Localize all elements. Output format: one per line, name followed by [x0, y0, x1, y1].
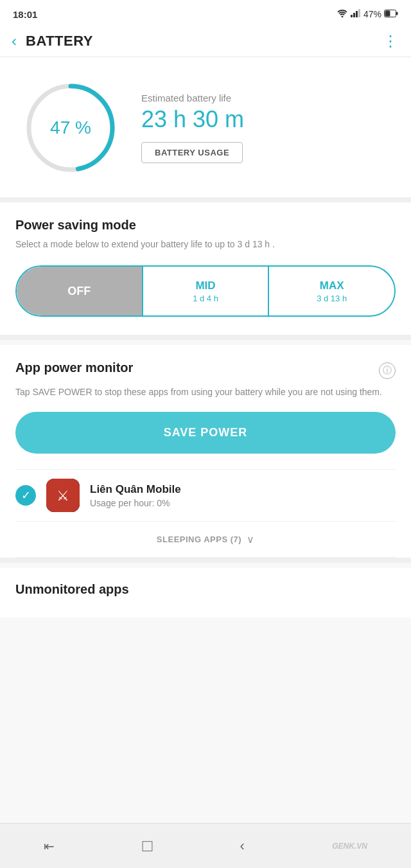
mid-label: MID	[195, 279, 215, 292]
battery-usage-button[interactable]: BATTERY USAGE	[141, 142, 243, 163]
battery-percent: 47%	[363, 9, 381, 19]
app-item[interactable]: ✓ ⚔ Liên Quân Mobile Usage per hour: 0%	[15, 469, 396, 521]
svg-rect-7	[385, 10, 390, 16]
unmonitored-title: Unmonitored apps	[15, 582, 396, 597]
sleeping-apps-row[interactable]: SLEEPING APPS (7) ∨	[15, 521, 396, 558]
info-icon[interactable]: ⓘ	[379, 362, 396, 379]
off-label: OFF	[67, 285, 91, 298]
power-mode-off[interactable]: OFF	[17, 267, 142, 315]
header: ‹ BATTERY ⋮	[0, 26, 411, 57]
section-divider-1	[0, 197, 411, 202]
power-saving-section: Power saving mode Select a mode below to…	[0, 202, 411, 335]
app-checkbox[interactable]: ✓	[15, 485, 36, 506]
more-button[interactable]: ⋮	[383, 32, 399, 50]
svg-rect-6	[396, 12, 398, 15]
power-saving-description: Select a mode below to extend your batte…	[15, 238, 396, 251]
battery-circle: 47 %	[19, 76, 122, 179]
power-mode-max[interactable]: MAX 3 d 13 h	[269, 267, 394, 315]
svg-rect-1	[351, 15, 353, 17]
watermark: GENK.VN	[332, 842, 367, 851]
battery-percent-display: 47 %	[50, 118, 91, 138]
nav-bar: ⇤ □ ‹ GENK.VN	[0, 823, 411, 868]
power-mode-toggle[interactable]: OFF MID 1 d 4 h MAX 3 d 13 h	[15, 265, 396, 317]
chevron-down-icon: ∨	[247, 533, 254, 545]
battery-time: 23 h 30 m	[141, 106, 392, 133]
signal-icon	[351, 9, 361, 19]
monitor-description: Tap SAVE POWER to stop these apps from u…	[15, 385, 396, 399]
svg-point-0	[341, 16, 343, 18]
status-bar: 18:01 47%	[0, 0, 411, 26]
battery-info: Estimated battery life 23 h 30 m BATTERY…	[141, 93, 392, 163]
recent-apps-icon[interactable]: ⇤	[44, 838, 55, 854]
save-power-button[interactable]: SAVE POWER	[15, 412, 396, 454]
section-divider-2	[0, 335, 411, 340]
page-title: BATTERY	[26, 33, 93, 49]
header-left: ‹ BATTERY	[12, 32, 93, 50]
status-icons: 47%	[337, 9, 398, 19]
status-time: 18:01	[13, 9, 37, 20]
back-nav-icon[interactable]: ‹	[240, 838, 245, 855]
app-monitor-section: App power monitor ⓘ Tap SAVE POWER to st…	[0, 345, 411, 558]
battery-icon	[384, 10, 398, 19]
app-info: Liên Quân Mobile Usage per hour: 0%	[90, 483, 396, 508]
svg-rect-4	[358, 9, 360, 17]
app-usage: Usage per hour: 0%	[90, 498, 396, 508]
svg-text:⚔: ⚔	[57, 488, 69, 504]
wifi-icon	[337, 9, 348, 19]
back-button[interactable]: ‹	[12, 32, 17, 50]
svg-rect-3	[356, 11, 358, 17]
app-icon: ⚔	[46, 479, 80, 512]
max-label: MAX	[320, 279, 344, 292]
app-name: Liên Quân Mobile	[90, 483, 396, 496]
sleeping-apps-label: SLEEPING APPS (7)	[157, 535, 241, 544]
max-sub: 3 d 13 h	[317, 294, 347, 303]
svg-rect-2	[353, 13, 355, 17]
power-saving-title: Power saving mode	[15, 218, 396, 233]
unmonitored-section: Unmonitored apps	[0, 568, 411, 617]
mid-sub: 1 d 4 h	[193, 294, 218, 303]
app-monitor-header: App power monitor ⓘ	[15, 360, 396, 380]
estimated-label: Estimated battery life	[141, 93, 392, 103]
section-divider-3	[0, 558, 411, 563]
power-mode-mid[interactable]: MID 1 d 4 h	[142, 267, 270, 315]
home-icon[interactable]: □	[142, 836, 152, 856]
app-monitor-title: App power monitor	[15, 360, 133, 375]
battery-section: 47 % Estimated battery life 23 h 30 m BA…	[0, 57, 411, 197]
